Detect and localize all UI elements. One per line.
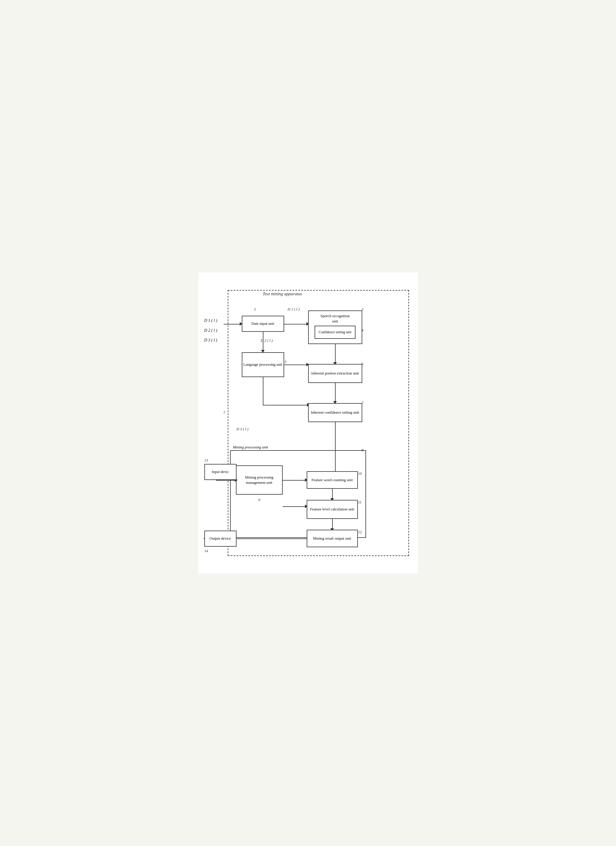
ref5-label: 5 — [285, 360, 287, 364]
arrow-in-line — [223, 324, 241, 325]
arrow-lang-inherent-line — [284, 364, 307, 365]
ref12-label: 12 — [358, 530, 362, 535]
input-device: Input devic — [204, 464, 237, 480]
arrow-conf-mining-vert — [335, 422, 336, 451]
mining-processing-outer-label: Mining processing unit — [233, 445, 268, 449]
arrow-speech-inherent-line — [335, 344, 336, 363]
arrow-d3-mgmt-horiz — [216, 480, 236, 480]
apparatus-title: Text mining apparatus — [263, 291, 302, 297]
arrow-mgmt-level-line — [283, 506, 306, 507]
ref11-label: 11 — [358, 500, 362, 505]
d3-external: D 3 ( l ) — [204, 335, 217, 345]
mining-result-output-unit: Mining result output unit — [307, 530, 358, 547]
inherent-confidence-setting-unit: Inherent confidence setting unit — [308, 403, 362, 422]
d1-internal-label: D 1 ( l ) — [288, 307, 300, 311]
page: Text mining apparatus 1 D 1 ( l ) D 2 ( … — [198, 272, 418, 574]
speech-recognition-label: Speech recognitionunit — [320, 313, 350, 324]
ref13-label: 13 — [204, 458, 208, 463]
speech-recognition-unit: Speech recognitionunit Confidence settin… — [308, 310, 362, 344]
language-processing-unit: Language processing unit — [242, 352, 284, 377]
arrow-date-speech-line — [284, 324, 307, 325]
ref14-label: 14 — [204, 549, 208, 554]
inherent-portion-extraction-unit: Inherent portion extraction unit — [308, 364, 362, 383]
ref2-label: 2 — [254, 307, 256, 311]
feature-level-calculation-unit: Feature level calculation unit — [307, 500, 358, 519]
ref7-label: 7 — [362, 401, 364, 405]
output-device: Output device — [204, 530, 237, 547]
ref1-label: 1 — [223, 410, 225, 414]
confidence-setting-unit: Confidence setting unit — [315, 326, 356, 339]
arrow-lang-conf-vert — [263, 377, 263, 405]
external-data-labels: D 1 ( l ) D 2 ( l ) D 3 ( l ) — [204, 316, 217, 345]
d2-external: D 2 ( l ) — [204, 326, 217, 336]
date-input-unit: Date input unit — [242, 316, 284, 332]
arrow-inherent-conf-line — [335, 383, 336, 402]
d3-internal-label: D 3 ( l ) — [237, 427, 248, 432]
ref9-label: 9 — [259, 498, 260, 502]
ref4-label: 4 — [362, 328, 364, 333]
mining-processing-management-unit: Mining processing management unit — [236, 466, 283, 495]
arrow-date-lang-line — [263, 332, 263, 351]
arrow-mgmt-feature-line — [283, 480, 306, 480]
arrow-feature-level-line — [332, 489, 333, 499]
d1-external: D 1 ( l ) — [204, 316, 217, 326]
ref3-label: 3 — [362, 307, 364, 311]
ref10-label: 10 — [358, 471, 362, 476]
arrow-lang-conf-horiz — [263, 405, 308, 405]
ref8-label: 8 — [362, 448, 364, 452]
ref6-label: 6 — [362, 361, 364, 366]
arrow-level-result-line — [332, 519, 333, 529]
feature-word-counting-unit: Feature word counting unit — [307, 471, 358, 489]
